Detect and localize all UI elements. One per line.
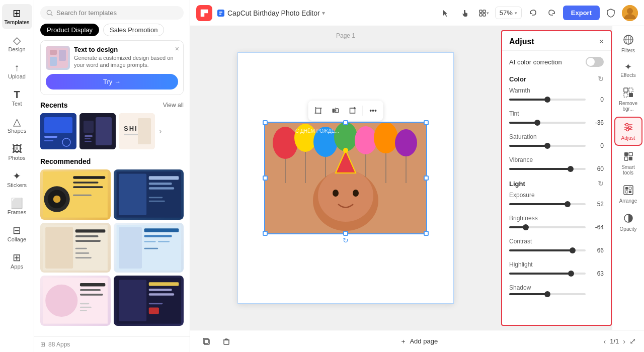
view-options-button[interactable]: ▾: [476, 5, 492, 21]
tool-item-opacity[interactable]: Opacity: [614, 209, 642, 236]
filter-tab-product-display[interactable]: Product Display: [40, 24, 99, 36]
page-label: Page 1: [336, 32, 355, 39]
light-reset-icon[interactable]: ↻: [598, 180, 604, 188]
rec-item-5[interactable]: [40, 276, 111, 326]
expand-button[interactable]: ⤢: [629, 336, 636, 346]
canvas-frame[interactable]: •••: [237, 52, 454, 304]
exposure-track[interactable]: [509, 203, 586, 205]
rec-item-6[interactable]: [114, 276, 184, 326]
user-avatar[interactable]: [622, 5, 638, 21]
rec-item-1[interactable]: [40, 169, 111, 220]
sidebar-item-photos[interactable]: 🖼 Photos: [2, 140, 32, 165]
warmth-track[interactable]: [509, 99, 586, 101]
svg-rect-19: [124, 134, 139, 135]
color-reset-icon[interactable]: ↻: [598, 75, 604, 83]
rec-item-4[interactable]: [114, 223, 184, 273]
recommended-header: Recommended: [40, 157, 184, 165]
tool-item-adjust[interactable]: Adjust: [614, 117, 642, 146]
sidebar-item-collage[interactable]: ⊟ Collage: [2, 221, 32, 246]
contrast-slider-row: Contrast 66: [509, 238, 604, 254]
saturation-slider-row: Saturation 0: [509, 133, 604, 149]
svg-rect-7: [44, 117, 72, 133]
sidebar-label-design: Design: [8, 46, 25, 52]
sidebar-item-text[interactable]: T Text: [2, 85, 32, 111]
filter-tab-sales-promotion[interactable]: Sales Promotion: [103, 24, 164, 36]
zoom-control[interactable]: 57% ▾: [495, 7, 522, 19]
shadow-track[interactable]: [509, 293, 586, 295]
sidebar-item-shapes[interactable]: △ Shapes: [2, 113, 32, 138]
vibrance-track[interactable]: [509, 168, 586, 170]
canvas-image[interactable]: С ДНЁМ РОЖДЕ...: [265, 123, 426, 233]
rec-item-2[interactable]: [114, 169, 184, 220]
svg-point-86: [334, 123, 357, 151]
export-button[interactable]: Export: [563, 6, 600, 20]
recent-item-1[interactable]: [40, 113, 76, 149]
prev-page-button[interactable]: ‹: [604, 337, 606, 345]
add-page-button[interactable]: ＋ Add page: [400, 337, 438, 346]
sidebar-item-upload[interactable]: ↑ Upload: [2, 58, 32, 83]
cursor-tool-button[interactable]: [438, 5, 454, 21]
svg-rect-49: [158, 241, 170, 242]
ttd-try-button[interactable]: Try →: [46, 74, 178, 90]
brightness-value: -64: [590, 224, 604, 231]
highlight-value: 63: [590, 270, 604, 277]
tool-item-arrange[interactable]: Arrange: [614, 181, 642, 208]
undo-button[interactable]: [525, 5, 541, 21]
selected-element-container[interactable]: •••: [265, 123, 426, 233]
contrast-track[interactable]: [509, 249, 586, 251]
tool-item-effects[interactable]: ✦ Effects: [614, 58, 642, 82]
redo-button[interactable]: [544, 5, 560, 21]
flip-button[interactable]: [328, 103, 344, 119]
sidebar-label-apps: Apps: [11, 263, 23, 270]
recent-grid: SHINE ›: [40, 113, 184, 149]
sidebar-label-frames: Frames: [8, 209, 26, 215]
tool-item-remove-bg[interactable]: Removebgr...: [614, 83, 642, 116]
sidebar-item-design[interactable]: ◇ Design: [2, 31, 32, 56]
svg-rect-65: [148, 308, 158, 314]
main-area: CapCut Birthday Photo Editor ▾ ▾ 57% ▾: [190, 0, 644, 352]
svg-rect-78: [333, 109, 335, 113]
svg-point-10: [62, 138, 70, 146]
rec-item-3[interactable]: [40, 223, 111, 273]
adjust-close-button[interactable]: ×: [599, 37, 604, 46]
next-page-button[interactable]: ›: [623, 337, 625, 345]
tool-item-filters[interactable]: Filters: [614, 30, 642, 57]
warmth-label: Warmth: [509, 87, 604, 94]
sidebar-item-frames[interactable]: ⬜ Frames: [2, 194, 32, 219]
sidebar-item-stickers[interactable]: ✦ Stickers: [2, 167, 32, 192]
crop-button[interactable]: [310, 103, 327, 119]
svg-rect-20: [138, 118, 151, 144]
recent-chevron-icon[interactable]: ›: [159, 127, 162, 136]
svg-rect-5: [50, 57, 57, 66]
more-options-button[interactable]: •••: [365, 103, 381, 119]
hand-tool-button[interactable]: [457, 5, 473, 21]
svg-rect-125: [629, 191, 631, 193]
project-title[interactable]: CapCut Birthday Photo Editor ▾: [216, 9, 325, 18]
sidebar-item-templates[interactable]: ⊞ Templates: [2, 4, 32, 29]
copy-page-button[interactable]: [198, 333, 214, 349]
search-input[interactable]: [56, 9, 178, 17]
vibrance-value: 60: [590, 165, 604, 172]
shield-icon[interactable]: [603, 5, 619, 21]
svg-rect-28: [73, 195, 92, 196]
sidebar-item-apps[interactable]: ⊞ Apps: [2, 248, 32, 274]
replace-button[interactable]: [345, 103, 361, 119]
saturation-track[interactable]: [509, 145, 586, 147]
top-bar: CapCut Birthday Photo Editor ▾ ▾ 57% ▾: [190, 0, 644, 26]
recent-item-3[interactable]: SHINE: [119, 113, 155, 149]
ai-color-toggle[interactable]: [586, 57, 604, 67]
arrange-icon: [623, 185, 634, 197]
svg-rect-31: [148, 176, 179, 180]
ttd-close-button[interactable]: ×: [175, 45, 179, 53]
svg-rect-34: [148, 197, 162, 198]
view-all-recents[interactable]: View all: [163, 102, 184, 109]
delete-page-button[interactable]: [218, 333, 234, 349]
tool-item-smart-tools[interactable]: Smarttools: [614, 147, 642, 180]
highlight-track[interactable]: [509, 273, 586, 275]
brightness-track[interactable]: [509, 226, 586, 228]
search-box[interactable]: [40, 6, 184, 20]
svg-rect-73: [316, 108, 321, 113]
recent-item-2[interactable]: [79, 113, 116, 149]
rotation-handle[interactable]: ↻: [343, 236, 349, 244]
tint-track[interactable]: [509, 122, 586, 124]
